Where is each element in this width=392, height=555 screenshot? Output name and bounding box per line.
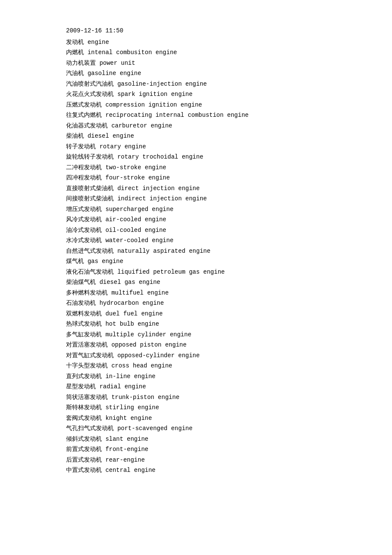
list-item: 旋轮线转子发动机 rotary trochoidal engine bbox=[66, 152, 366, 162]
list-item: 直列式发动机 in-line engine bbox=[66, 371, 366, 382]
list-item: 汽油喷射式汽油机 gasoline-injection engine bbox=[66, 79, 366, 90]
list-item: 星型发动机 radial engine bbox=[66, 382, 366, 392]
list-item: 汽油机 gasoline engine bbox=[66, 68, 366, 79]
list-item: 转子发动机 rotary engine bbox=[66, 142, 366, 152]
list-item: 倾斜式发动机 slant engine bbox=[66, 434, 366, 445]
list-item: 间接喷射式柴油机 indirect injection engine bbox=[66, 194, 366, 204]
list-item: 压燃式发动机 compression ignition engine bbox=[66, 100, 366, 110]
list-item: 化油器式发动机 carburetor engine bbox=[66, 121, 366, 131]
list-item: 风冷式发动机 air-cooled engine bbox=[66, 214, 366, 225]
list-item: 多种燃料发动机 multifuel engine bbox=[66, 288, 366, 298]
list-item: 热球式发动机 hot bulb engine bbox=[66, 319, 366, 330]
timestamp: 2009-12-16 11:50 bbox=[66, 26, 366, 36]
list-item: 动力机装置 power unit bbox=[66, 58, 366, 69]
list-item: 对置气缸式发动机 opposed-cylinder engine bbox=[66, 350, 366, 361]
list-item: 前置式发动机 front-engine bbox=[66, 444, 366, 455]
list-item: 内燃机 intenal combusiton engine bbox=[66, 47, 366, 58]
list-item: 斯特林发动机 stirling engine bbox=[66, 402, 366, 413]
list-item: 液化石油气发动机 liquified petroleum gas engine bbox=[66, 267, 366, 278]
list-item: 对置活塞发动机 opposed piston engine bbox=[66, 340, 366, 350]
list-item: 筒状活塞发动机 trunk-piston engine bbox=[66, 392, 366, 403]
list-item: 多气缸发动机 multiple cylinder engine bbox=[66, 330, 366, 340]
list-item: 火花点火式发动机 spark ignition engine bbox=[66, 89, 366, 100]
content-list: 发动机 engine内燃机 intenal combusiton engine动… bbox=[66, 37, 366, 476]
list-item: 自然进气式发动机 naturally aspirated engine bbox=[66, 246, 366, 257]
list-item: 中置式发动机 central engine bbox=[66, 465, 366, 476]
list-item: 直接喷射式柴油机 direct injection engine bbox=[66, 183, 366, 194]
list-item: 石油发动机 hydrocarbon engine bbox=[66, 298, 366, 309]
list-item: 发动机 engine bbox=[66, 37, 366, 48]
list-item: 水冷式发动机 water-cooled engine bbox=[66, 235, 366, 246]
list-item: 煤气机 gas engine bbox=[66, 256, 366, 267]
list-item: 柴油机 diesel engine bbox=[66, 131, 366, 142]
list-item: 二冲程发动机 two-stroke engine bbox=[66, 162, 366, 173]
list-item: 气孔扫气式发动机 port-scavenged engine bbox=[66, 423, 366, 434]
list-item: 后置式发动机 rear-engine bbox=[66, 455, 366, 465]
list-item: 油冷式发动机 oil-cooled engine bbox=[66, 225, 366, 236]
list-item: 柴油煤气机 diesel gas engine bbox=[66, 277, 366, 288]
list-item: 往复式内燃机 reciprocating internal combustion… bbox=[66, 110, 366, 121]
list-item: 四冲程发动机 four-stroke engine bbox=[66, 173, 366, 183]
list-item: 增压式发动机 supercharged engine bbox=[66, 204, 366, 215]
list-item: 双燃料发动机 duel fuel engine bbox=[66, 309, 366, 319]
list-item: 套阀式发动机 knight engine bbox=[66, 413, 366, 424]
list-item: 十字头型发动机 cross head engine bbox=[66, 361, 366, 371]
